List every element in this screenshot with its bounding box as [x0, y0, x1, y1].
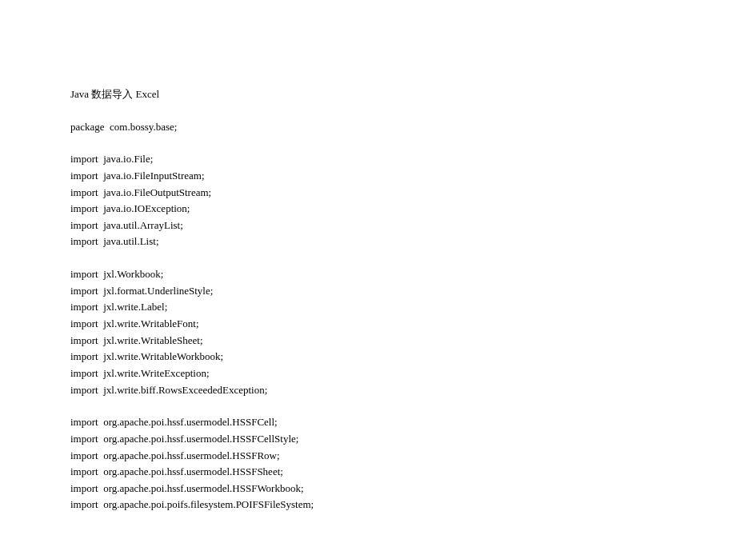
code-import-line: import org.apache.poi.poifs.filesystem.P… — [70, 497, 756, 513]
blank-line — [70, 135, 756, 151]
code-import-line: import java.io.IOException; — [70, 201, 756, 217]
code-import-line: import org.apache.poi.hssf.usermodel.HSS… — [70, 464, 756, 480]
code-import-line: import java.io.FileInputStream; — [70, 168, 756, 184]
blank-line — [70, 250, 756, 266]
blank-line — [70, 398, 756, 414]
code-import-line: import java.io.FileOutputStream; — [70, 185, 756, 201]
blank-line — [70, 103, 756, 119]
code-import-line: import jxl.write.WritableWorkbook; — [70, 349, 756, 365]
code-import-line: import jxl.write.WritableFont; — [70, 316, 756, 332]
code-import-line: import jxl.write.Label; — [70, 299, 756, 315]
document-page: Java 数据导入 Excel package com.bossy.base; … — [0, 0, 756, 513]
document-title: Java 数据导入 Excel — [70, 86, 756, 102]
code-import-line: import java.io.File; — [70, 151, 756, 167]
code-import-line: import org.apache.poi.hssf.usermodel.HSS… — [70, 481, 756, 497]
code-import-line: import org.apache.poi.hssf.usermodel.HSS… — [70, 414, 756, 430]
code-package-line: package com.bossy.base; — [70, 119, 756, 135]
code-import-line: import java.util.ArrayList; — [70, 218, 756, 234]
code-import-line: import jxl.Workbook; — [70, 266, 756, 282]
code-import-line: import org.apache.poi.hssf.usermodel.HSS… — [70, 431, 756, 447]
code-import-line: import jxl.write.WritableSheet; — [70, 333, 756, 349]
code-import-line: import jxl.write.WriteException; — [70, 365, 756, 381]
code-import-line: import jxl.write.biff.RowsExceededExcept… — [70, 382, 756, 398]
code-import-line: import jxl.format.UnderlineStyle; — [70, 283, 756, 299]
code-import-line: import java.util.List; — [70, 234, 756, 250]
code-import-line: import org.apache.poi.hssf.usermodel.HSS… — [70, 448, 756, 464]
